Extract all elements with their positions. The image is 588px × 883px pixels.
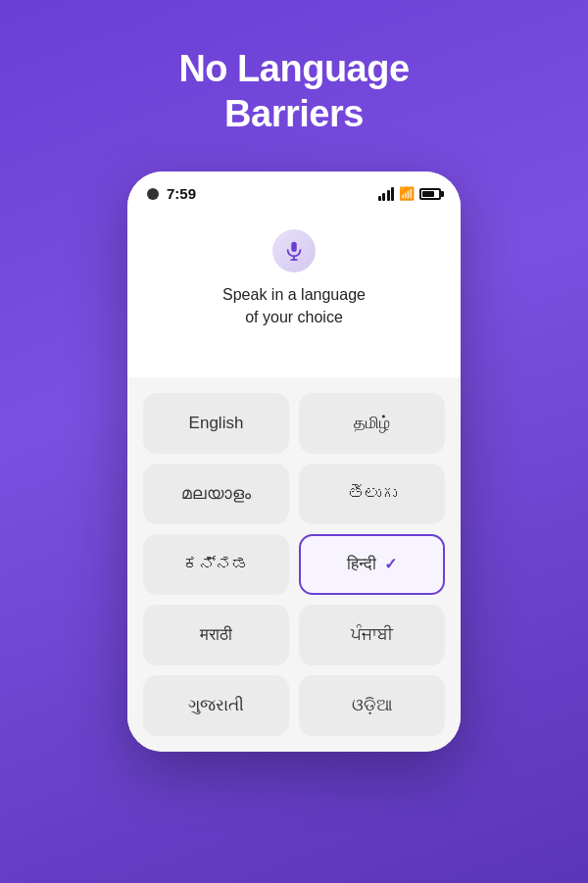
status-bar: 7:59 📶 [127, 172, 461, 210]
phone-mockup: 7:59 📶 [127, 172, 461, 752]
microphone-icon [283, 240, 305, 262]
language-btn-telugu[interactable]: తెలుగు [299, 464, 445, 524]
language-label-tamil: தமிழ் [354, 414, 390, 433]
language-grid: Englishதமிழ்മലയാളംతెలుగుಕನ್ನಡहिन्दी✓मराठ… [127, 377, 461, 752]
wifi-icon: 📶 [399, 186, 415, 201]
status-time: 7:59 [167, 185, 196, 202]
language-label-telugu: తెలుగు [348, 484, 397, 504]
language-btn-hindi[interactable]: हिन्दी✓ [299, 534, 445, 595]
language-label-gujarati: ગુજરાતી [188, 696, 244, 715]
language-label-english: English [189, 414, 244, 433]
svg-rect-0 [291, 242, 297, 252]
language-label-hindi: हिन्दी [347, 555, 376, 574]
language-label-malayalam: മലയാളം [181, 484, 251, 504]
battery-icon [419, 188, 441, 200]
check-icon-hindi: ✓ [384, 555, 397, 573]
language-btn-malayalam[interactable]: മലയാളം [143, 464, 289, 524]
language-btn-english[interactable]: English [143, 393, 289, 454]
language-label-marathi: मराठी [200, 625, 232, 645]
signal-icon [378, 187, 395, 201]
language-btn-kannada[interactable]: ಕನ್ನಡ [143, 534, 289, 595]
language-label-kannada: ಕನ್ನಡ [183, 555, 249, 574]
header-title: No Language Barriers [178, 47, 409, 136]
language-btn-gujarati[interactable]: ગુજરાતી [143, 675, 289, 736]
language-btn-marathi[interactable]: मराठी [143, 605, 289, 665]
speak-text: Speak in a language of your choice [147, 284, 441, 328]
language-btn-punjabi[interactable]: ਪੰਜਾਬੀ [299, 605, 445, 665]
language-btn-odia[interactable]: ଓଡ଼ିଆ [299, 675, 445, 736]
camera-dot [147, 188, 159, 200]
language-label-punjabi: ਪੰਜਾਬੀ [351, 625, 393, 645]
mic-circle [272, 229, 316, 272]
language-btn-tamil[interactable]: தமிழ் [299, 393, 445, 454]
language-label-odia: ଓଡ଼ିଆ [352, 696, 392, 715]
